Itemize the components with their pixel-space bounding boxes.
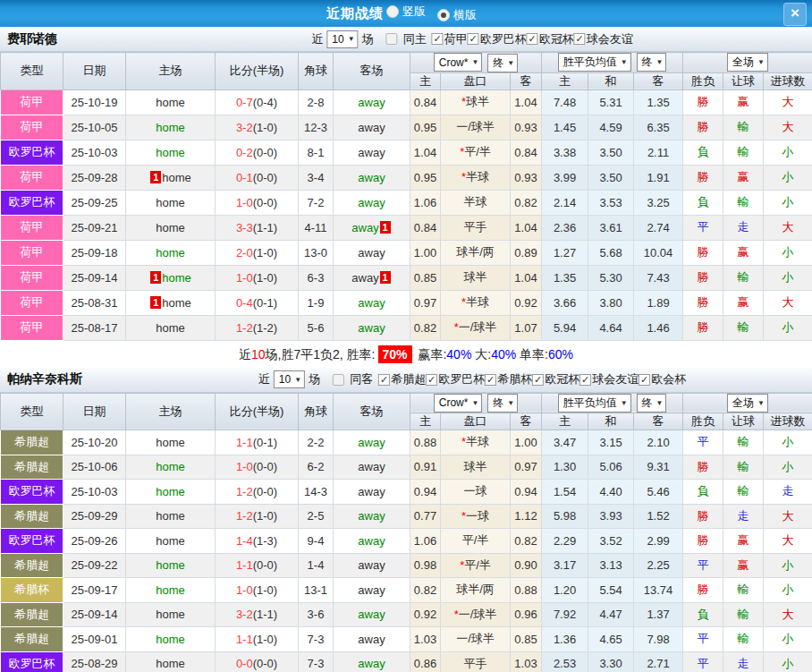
filter-checkbox-同主[interactable]: 同主: [386, 31, 427, 47]
odds-away: 1.00: [511, 430, 542, 455]
scope-select[interactable]: 全场▼: [727, 53, 768, 72]
away-team-cell: away: [334, 578, 410, 603]
league-badge: 荷甲: [1, 290, 63, 315]
line-text: 半球: [466, 435, 489, 448]
avg-draw-odds: 5.54: [588, 578, 634, 603]
result-wdl: 平: [683, 627, 723, 652]
odds-away: 0.97: [511, 455, 542, 480]
team-name: home: [156, 583, 185, 597]
avg-stage-select[interactable]: 终▼: [637, 53, 667, 72]
halftime-score: (1-0): [253, 121, 277, 134]
filter-checkbox-欧罗巴杯[interactable]: ✓欧罗巴杯: [426, 371, 485, 387]
avg-draw-odds: 3.61: [588, 215, 634, 240]
away-team-cell: away: [334, 140, 410, 165]
scope-select[interactable]: 全场▼: [727, 394, 768, 413]
match-row: 荷甲25-08-17home1-2(1-2)5-6away0.82*一/球半1.…: [1, 315, 812, 340]
result-goals: 大: [764, 504, 812, 529]
filter-checkbox-球会友谊[interactable]: ✓球会友谊: [574, 31, 633, 47]
fulltime-score: 3-2: [236, 121, 253, 134]
handicap-line: 球半: [441, 265, 511, 290]
filter-checkbox-同客[interactable]: 同客: [333, 371, 373, 387]
avg-home-odds: 1.54: [542, 480, 588, 505]
halftime-score: (0-0): [253, 460, 277, 473]
filter-checkbox-球会友谊[interactable]: ✓球会友谊: [579, 371, 639, 387]
result-wdl: 平: [683, 553, 723, 578]
summary-text: 近: [239, 347, 251, 362]
home-team-cell: home: [126, 315, 216, 340]
away-team-cell: away: [334, 240, 410, 265]
avg-odds-group: 胜平负均值▼终▼: [542, 393, 683, 413]
team-name: away: [358, 296, 385, 310]
sub-column-header: 主: [410, 413, 441, 430]
halftime-score: (0-0): [253, 485, 277, 498]
result-handicap: 輸: [723, 430, 764, 455]
handicap-line: 平/半: [441, 529, 511, 554]
avg-away-odds: 10.04: [634, 240, 683, 265]
match-date: 25-08-29: [63, 651, 126, 672]
filter-label: 荷甲: [444, 31, 468, 47]
result-goals: 小: [764, 627, 812, 652]
match-row: 荷甲25-10-05home3-2(1-0)12-3away0.95一/球半0.…: [1, 115, 812, 140]
odds-stage-select[interactable]: 终▼: [487, 54, 518, 72]
checkbox-checked-icon: ✓: [485, 374, 496, 386]
odds-home: 0.92: [410, 602, 441, 627]
chevron-down-icon: ▼: [507, 59, 514, 67]
filter-checkbox-欧冠杯[interactable]: ✓欧冠杯: [532, 371, 579, 387]
team-name: away: [358, 608, 385, 621]
result-goals: 小: [764, 165, 812, 190]
halftime-score: (1-0): [253, 509, 277, 523]
match-row: 欧罗巴杯25-08-29home0-0(0-0)7-3away0.86平手1.0…: [1, 651, 812, 672]
avg-stage-select[interactable]: 终▼: [637, 394, 667, 413]
fulltime-score: 1-2: [236, 321, 253, 335]
odds-source-select[interactable]: Crow*▼: [434, 53, 483, 72]
summary-text: 单率:: [516, 347, 548, 362]
home-team-cell: home: [126, 651, 216, 672]
odds-source-select[interactable]: Crow*▼: [434, 394, 483, 413]
fulltime-score: 2-0: [236, 246, 253, 259]
handicap-line: 半球: [441, 190, 511, 215]
filter-checkbox-希腊超[interactable]: ✓希腊超: [378, 371, 426, 387]
avg-odds-select[interactable]: 胜平负均值▼: [558, 53, 631, 72]
layout-radio-0[interactable]: 竖版: [386, 4, 435, 20]
league-badge: 希腊超: [1, 430, 63, 455]
corners-cell: 14-3: [299, 480, 334, 505]
halftime-score: (1-0): [253, 583, 277, 597]
away-team-cell: away: [334, 529, 410, 554]
away-team-cell: away: [334, 627, 410, 652]
corners-cell: 6-3: [299, 265, 334, 290]
recent-results-dialog: 近期战绩 竖版横版 × 费耶诺德近10▼场同主✓荷甲✓欧罗巴杯✓欧冠杯✓球会友谊…: [0, 0, 812, 672]
avg-odds-select[interactable]: 胜平负均值▼: [558, 394, 631, 413]
avg-home-odds: 3.66: [542, 290, 588, 315]
chevron-down-icon: ▼: [621, 58, 628, 66]
filter-checkbox-希腊杯[interactable]: ✓希腊杯: [485, 371, 532, 387]
avg-away-odds: 1.35: [634, 89, 683, 115]
odds-source-select-value: Crow*: [437, 56, 472, 69]
score-cell: 1-2(1-0): [216, 504, 299, 529]
filter-checkbox-欧冠杯[interactable]: ✓欧冠杯: [527, 31, 574, 47]
fulltime-score: 0-1: [236, 171, 253, 184]
avg-home-odds: 1.30: [542, 455, 588, 480]
odds-away: 0.93: [511, 115, 542, 140]
odds-stage-select[interactable]: 终▼: [487, 394, 518, 413]
result-wdl: 勝: [683, 504, 723, 529]
filter-checkbox-欧会杯[interactable]: ✓欧会杯: [639, 371, 686, 387]
filter-checkbox-荷甲[interactable]: ✓荷甲: [432, 31, 468, 47]
chevron-down-icon: ▼: [348, 35, 355, 43]
team-name: away: [358, 196, 385, 209]
radio-label: 竖版: [402, 4, 426, 20]
match-count-select[interactable]: 10▼: [274, 370, 305, 388]
match-row: 荷甲25-09-281home0-1(0-0)3-4away0.95*半球0.9…: [1, 165, 812, 190]
close-button[interactable]: ×: [783, 3, 807, 26]
radio-icon: [386, 5, 399, 18]
layout-radio-1[interactable]: 横版: [437, 7, 486, 23]
score-cell: 0-2(0-0): [216, 140, 299, 165]
odds-away: 0.93: [511, 165, 542, 190]
result-goals: 小: [764, 578, 812, 603]
results-summary: 近10场,胜7平1负2, 胜率:70% 赢率:40% 大:40% 单率:60%: [0, 341, 812, 368]
result-wdl: 平: [683, 651, 723, 672]
odds-away: 1.04: [511, 89, 542, 115]
filter-checkbox-欧罗巴杯[interactable]: ✓欧罗巴杯: [468, 31, 527, 47]
avg-away-odds: 3.25: [634, 190, 683, 215]
results-table: 类型日期主场比分(半场)角球客场Crow*▼终▼胜平负均值▼终▼全场▼主盘口客主…: [0, 52, 812, 341]
match-count-select[interactable]: 10▼: [326, 30, 358, 48]
